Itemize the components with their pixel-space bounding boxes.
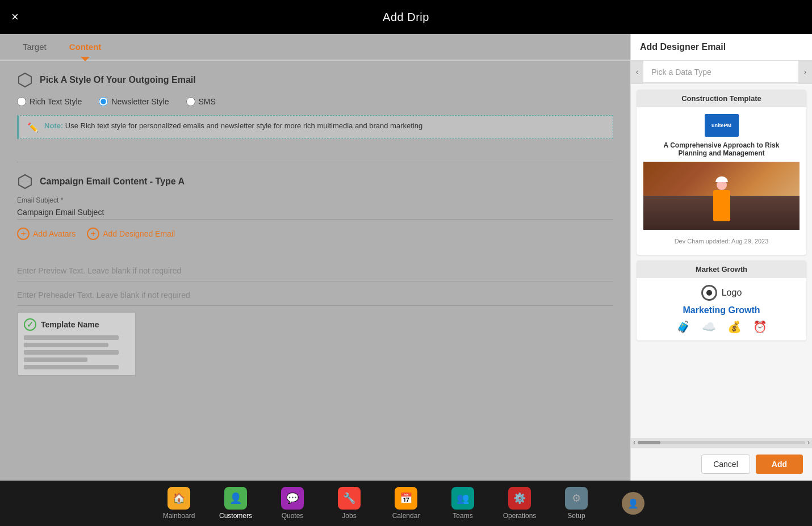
campaign-hexagon-icon: [17, 174, 33, 190]
nav-operations[interactable]: ⚙️ Operations: [491, 482, 548, 524]
panel-scroll-left[interactable]: ‹: [631, 61, 643, 83]
right-panel: Add Designer Email ‹ Pick a Data Type › …: [630, 34, 812, 481]
top-bar: × Add Drip: [0, 0, 812, 34]
operations-icon: ⚙️: [508, 487, 531, 510]
style-heading: Pick A Style Of Your Outgoing Email: [40, 75, 196, 85]
scroll-right-btn[interactable]: ›: [807, 439, 810, 447]
tab-content[interactable]: Content: [58, 34, 113, 60]
setup-icon: ⚙: [565, 487, 588, 510]
add-avatars-icon: +: [17, 228, 30, 240]
template-name-label: Template Name: [41, 320, 99, 329]
right-panel-header: Add Designer Email: [631, 34, 812, 61]
user-avatar: 👤: [622, 492, 644, 515]
icon-clock: ⏰: [753, 320, 767, 334]
template-preview-card: ✓ Template Name: [17, 312, 136, 376]
template-line-2: [24, 343, 108, 347]
email-subject-value[interactable]: Campaign Email Subject: [17, 205, 613, 220]
nav-calendar[interactable]: 📅 Calendar: [378, 482, 434, 524]
cancel-button[interactable]: Cancel: [701, 455, 750, 474]
template-line-3: [24, 350, 119, 355]
preheader-text-field[interactable]: Enter Preheader Text. Leave blank if not…: [17, 285, 613, 306]
nav-setup[interactable]: ⚙ Setup: [548, 482, 605, 524]
data-type-row: ‹ Pick a Data Type ›: [631, 61, 812, 84]
add-designed-email-button[interactable]: + Add Designed Email: [87, 228, 175, 240]
nav-mainboard[interactable]: 🏠 Mainboard: [150, 482, 207, 524]
svg-marker-0: [19, 73, 31, 87]
add-avatars-button[interactable]: + Add Avatars: [17, 228, 76, 240]
quotes-label: Quotes: [282, 512, 304, 520]
campaign-section: Campaign Email Content - Type A Email Su…: [0, 162, 630, 257]
tab-target[interactable]: Target: [11, 34, 58, 60]
mainboard-icon: 🏠: [168, 487, 190, 510]
worker-body: [713, 190, 730, 221]
construction-logo: unitePM: [705, 114, 739, 137]
construction-template-card: Construction Template unitePM A Comprehe…: [637, 90, 806, 255]
nav-avatar[interactable]: 👤: [605, 487, 662, 519]
construction-card-header: Construction Template: [637, 90, 806, 107]
content-area: Target Content Pick A Style Of Your Outg…: [0, 34, 630, 481]
radio-rich-text[interactable]: Rich Text Style: [17, 97, 82, 106]
note-label: Note:: [44, 121, 63, 130]
customers-label: Customers: [219, 512, 252, 520]
teams-label: Teams: [453, 512, 472, 520]
style-section-header: Pick A Style Of Your Outgoing Email: [17, 72, 613, 88]
campaign-header: Campaign Email Content - Type A: [17, 174, 613, 190]
style-section: Pick A Style Of Your Outgoing Email Rich…: [0, 61, 630, 162]
nav-teams[interactable]: 👥 Teams: [434, 482, 491, 524]
preview-text-field[interactable]: Enter Preview Text. Leave blank if not r…: [17, 260, 613, 281]
horizontal-scrollbar[interactable]: ‹ ›: [631, 438, 812, 447]
main-layout: Target Content Pick A Style Of Your Outg…: [0, 34, 812, 481]
teams-icon: 👥: [451, 487, 474, 510]
template-line-1: [24, 335, 119, 340]
icon-coin: 💰: [727, 320, 742, 334]
scroll-track: [638, 441, 805, 444]
add-avatars-label: Add Avatars: [33, 229, 76, 238]
data-type-select[interactable]: Pick a Data Type: [643, 62, 812, 83]
radio-newsletter[interactable]: Newsletter Style: [99, 97, 169, 106]
radio-newsletter-label: Newsletter Style: [111, 97, 169, 106]
note-box: ✏️ Note: Use Rich text style for persona…: [17, 115, 613, 139]
construction-card-title: A Comprehensive Approach to Risk Plannin…: [664, 141, 780, 157]
right-panel-content: ‹ Pick a Data Type › Construction Templa…: [631, 61, 812, 438]
icon-cloud: ☁️: [702, 320, 716, 334]
campaign-heading: Campaign Email Content - Type A: [40, 176, 185, 187]
market-growth-template-card: Market Growth Logo Marketing Growth 🧳 ☁️…: [637, 260, 806, 340]
customers-icon: 👤: [224, 487, 247, 510]
market-growth-icons: 🧳 ☁️ 💰 ⏰: [676, 320, 767, 334]
panel-scroll-right[interactable]: ›: [798, 61, 812, 83]
bottom-nav: 🏠 Mainboard 👤 Customers 💬 Quotes 🔧 Jobs …: [0, 481, 812, 526]
right-panel-footer: Cancel Add: [631, 447, 812, 481]
add-designed-email-icon: +: [87, 228, 99, 240]
construction-card-body: unitePM A Comprehensive Approach to Risk…: [637, 107, 806, 255]
radio-rich-text-label: Rich Text Style: [30, 97, 82, 106]
radio-group: Rich Text Style Newsletter Style SMS: [17, 97, 613, 106]
tabs-bar: Target Content: [0, 34, 630, 61]
operations-label: Operations: [503, 512, 537, 520]
add-designed-email-label: Add Designed Email: [103, 229, 175, 238]
nav-customers[interactable]: 👤 Customers: [207, 482, 264, 524]
template-check-row: ✓ Template Name: [24, 318, 129, 331]
nav-jobs[interactable]: 🔧 Jobs: [321, 482, 378, 524]
calendar-icon: 📅: [395, 487, 417, 510]
logo-circle: [701, 285, 717, 301]
action-buttons: + Add Avatars + Add Designed Email: [17, 228, 613, 240]
jobs-label: Jobs: [342, 512, 356, 520]
template-check-icon: ✓: [24, 318, 36, 331]
note-icon: ✏️: [27, 122, 39, 133]
note-body: Use Rich text style for personalized ema…: [65, 121, 422, 130]
template-line-5: [24, 365, 119, 369]
add-button[interactable]: Add: [756, 455, 803, 474]
logo-dot: [706, 290, 712, 296]
worker-helmet: [715, 176, 728, 182]
construction-image: [643, 162, 800, 230]
hexagon-icon: [17, 72, 33, 88]
market-growth-card-body: Logo Marketing Growth 🧳 ☁️ 💰 ⏰: [637, 278, 806, 340]
nav-quotes[interactable]: 💬 Quotes: [264, 482, 321, 524]
jobs-icon: 🔧: [338, 487, 361, 510]
scroll-left-btn[interactable]: ‹: [633, 439, 635, 447]
logo-label: Logo: [722, 288, 742, 298]
radio-sms-label: SMS: [199, 97, 216, 106]
radio-sms[interactable]: SMS: [186, 97, 216, 106]
template-lines: [24, 335, 129, 369]
close-button[interactable]: ×: [11, 10, 19, 24]
